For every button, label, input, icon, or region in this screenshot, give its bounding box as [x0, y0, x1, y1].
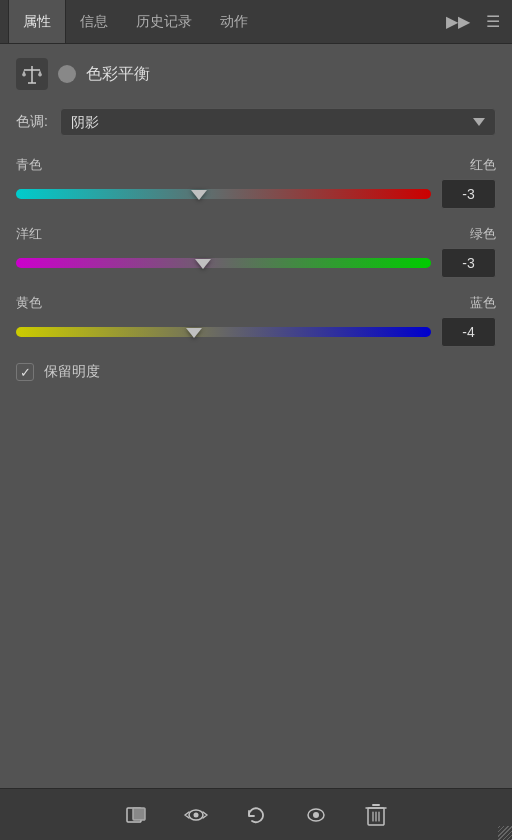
yellow-blue-labels: 黄色 蓝色: [16, 294, 496, 312]
tone-label: 色调:: [16, 113, 48, 131]
yellow-blue-track-wrapper[interactable]: [16, 318, 431, 346]
tone-row: 色调: 阴影 中间调 高光: [16, 108, 496, 136]
section-title: 色彩平衡: [86, 64, 150, 85]
cyan-red-slider-row: -3: [16, 179, 496, 209]
blue-label: 蓝色: [470, 294, 496, 312]
magenta-green-thumb[interactable]: [195, 259, 211, 269]
tab-actions[interactable]: 动作: [206, 0, 262, 43]
magenta-green-track-wrapper[interactable]: [16, 249, 431, 277]
green-label: 绿色: [470, 225, 496, 243]
tab-history[interactable]: 历史记录: [122, 0, 206, 43]
magenta-green-track: [16, 258, 431, 268]
tab-bar: 属性 信息 历史记录 动作 ▶▶ ☰: [0, 0, 512, 44]
yellow-blue-slider-section: 黄色 蓝色 -4: [16, 294, 496, 347]
yellow-blue-thumb[interactable]: [186, 328, 202, 338]
bottom-toolbar: [0, 788, 512, 840]
panel-content: 色彩平衡 色调: 阴影 中间调 高光 青色 红色 -3 洋红 绿色: [0, 44, 512, 395]
record-indicator: [58, 65, 76, 83]
menu-icon[interactable]: ☰: [482, 10, 504, 33]
red-label: 红色: [470, 156, 496, 174]
eye-arrows-button[interactable]: [178, 797, 214, 833]
yellow-blue-value[interactable]: -4: [441, 317, 496, 347]
tone-select[interactable]: 阴影 中间调 高光: [60, 108, 496, 136]
magenta-green-slider-row: -3: [16, 248, 496, 278]
balance-scale-icon: [16, 58, 48, 90]
preserve-luminosity-label: 保留明度: [44, 363, 100, 381]
resize-grip[interactable]: [498, 826, 512, 840]
magenta-green-value[interactable]: -3: [441, 248, 496, 278]
yellow-blue-track: [16, 327, 431, 337]
cyan-red-slider-section: 青色 红色 -3: [16, 156, 496, 209]
forward-icon[interactable]: ▶▶: [442, 10, 474, 33]
visibility-off-button[interactable]: [118, 797, 154, 833]
cyan-red-track: [16, 189, 431, 199]
yellow-label: 黄色: [16, 294, 42, 312]
tab-info[interactable]: 信息: [66, 0, 122, 43]
svg-point-8: [313, 812, 319, 818]
magenta-label: 洋红: [16, 225, 42, 243]
yellow-blue-slider-row: -4: [16, 317, 496, 347]
cyan-red-thumb[interactable]: [191, 190, 207, 200]
magenta-green-slider-section: 洋红 绿色 -3: [16, 225, 496, 278]
tab-extras: ▶▶ ☰: [442, 10, 504, 33]
section-header: 色彩平衡: [16, 58, 496, 90]
magenta-green-labels: 洋红 绿色: [16, 225, 496, 243]
cyan-label: 青色: [16, 156, 42, 174]
cyan-red-track-wrapper[interactable]: [16, 180, 431, 208]
reset-button[interactable]: [238, 797, 274, 833]
tab-properties[interactable]: 属性: [8, 0, 66, 43]
delete-button[interactable]: [358, 797, 394, 833]
cyan-red-labels: 青色 红色: [16, 156, 496, 174]
svg-point-6: [194, 812, 199, 817]
preserve-luminosity-row: 保留明度: [16, 363, 496, 381]
svg-rect-4: [133, 808, 145, 820]
cyan-red-value[interactable]: -3: [441, 179, 496, 209]
preserve-luminosity-checkbox[interactable]: [16, 363, 34, 381]
visibility-button[interactable]: [298, 797, 334, 833]
